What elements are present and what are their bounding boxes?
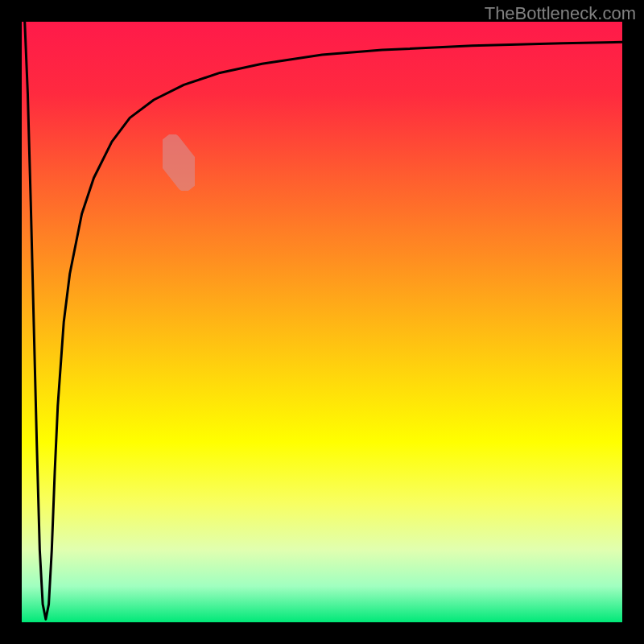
plot-frame xyxy=(22,22,622,622)
attribution-label: TheBottleneck.com xyxy=(485,3,636,24)
bottleneck-curve xyxy=(22,22,622,622)
